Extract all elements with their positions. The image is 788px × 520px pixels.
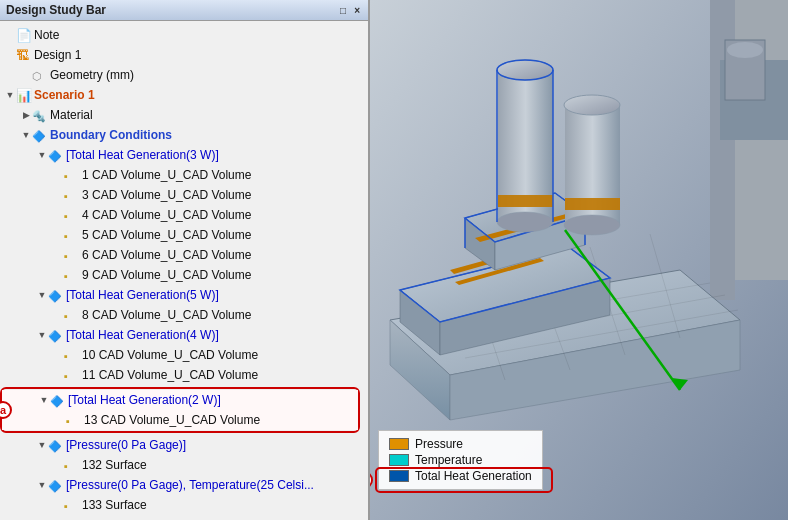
tree-item-vol4[interactable]: ▪ 4 CAD Volume_U_CAD Volume — [0, 205, 368, 225]
tree-item-surf132[interactable]: ▪ 132 Surface — [0, 455, 368, 475]
vol6-label: 6 CAD Volume_U_CAD Volume — [82, 246, 251, 264]
tree-item-heat4[interactable]: ▼ 🔷 [Total Heat Generation(4 W)] — [0, 325, 368, 345]
heat3-label: [Total Heat Generation(3 W)] — [66, 146, 219, 164]
expand-boundary[interactable]: ▼ — [20, 126, 32, 144]
legend-temperature: Temperature — [389, 453, 532, 467]
note-label: Note — [34, 26, 59, 44]
viewport: Pressure Temperature Total Heat Generati… — [370, 0, 788, 520]
tree-item-heat3[interactable]: ▼ 🔷 [Total Heat Generation(3 W)] — [0, 145, 368, 165]
tree-item-vol1[interactable]: ▪ 1 CAD Volume_U_CAD Volume — [0, 165, 368, 185]
tree-item-scenario1[interactable]: ▼ 📊 Scenario 1 — [0, 85, 368, 105]
total-heat-label: Total Heat Generation — [415, 469, 532, 483]
design-study-bar: Design Study Bar □ × 📄 Note 🏗 Design 1 ⬡… — [0, 0, 370, 520]
tree-item-vol6[interactable]: ▪ 6 CAD Volume_U_CAD Volume — [0, 245, 368, 265]
viewport-panel: Pressure Temperature Total Heat Generati… — [370, 0, 788, 520]
svg-point-33 — [497, 212, 553, 232]
vol1-icon: ▪ — [64, 167, 80, 183]
vol8-icon: ▪ — [64, 307, 80, 323]
pressure0temp-icon: 🔷 — [48, 477, 64, 493]
svg-rect-41 — [565, 198, 620, 210]
tree-item-vol5[interactable]: ▪ 5 CAD Volume_U_CAD Volume — [0, 225, 368, 245]
tree-area: 📄 Note 🏗 Design 1 ⬡ Geometry (mm) ▼ 📊 Sc… — [0, 21, 368, 520]
material-label: Material — [50, 106, 93, 124]
vol1-label: 1 CAD Volume_U_CAD Volume — [82, 166, 251, 184]
boundary-icon: 🔷 — [32, 127, 48, 143]
tree-item-vol8[interactable]: ▪ 8 CAD Volume_U_CAD Volume — [0, 305, 368, 325]
geometry-icon: ⬡ — [32, 67, 48, 83]
scenario-icon: 📊 — [16, 87, 32, 103]
vol4-icon: ▪ — [64, 207, 80, 223]
temperature-swatch — [389, 454, 409, 466]
total-heat-swatch — [389, 470, 409, 482]
heat2-icon: 🔷 — [50, 392, 66, 408]
pressure-swatch — [389, 438, 409, 450]
heat3-icon: 🔷 — [48, 147, 64, 163]
panel-title: Design Study Bar — [6, 3, 106, 17]
expand-heat3[interactable]: ▼ — [36, 146, 48, 164]
tree-item-vol3[interactable]: ▪ 3 CAD Volume_U_CAD Volume — [0, 185, 368, 205]
vol9-label: 9 CAD Volume_U_CAD Volume — [82, 266, 251, 284]
expand-heat4[interactable]: ▼ — [36, 326, 48, 344]
note-icon: 📄 — [16, 27, 32, 43]
tree-item-vol9[interactable]: ▪ 9 CAD Volume_U_CAD Volume — [0, 265, 368, 285]
pressure-label: Pressure — [415, 437, 463, 451]
heat2-box: ▼ 🔷 [Total Heat Generation(2 W)] ▪ 13 CA… — [0, 387, 360, 433]
close-button[interactable]: × — [352, 5, 362, 16]
svg-point-40 — [564, 215, 620, 235]
titlebar-controls: □ × — [338, 5, 362, 16]
svg-rect-34 — [498, 195, 553, 207]
expand-material[interactable]: ▶ — [20, 106, 32, 124]
vol5-icon: ▪ — [64, 227, 80, 243]
vol3-icon: ▪ — [64, 187, 80, 203]
box-a-wrapper: a ▼ 🔷 [Total Heat Generation(2 W)] ▪ 13 … — [0, 387, 360, 433]
boundary-label: Boundary Conditions — [50, 126, 172, 144]
surf133-icon: ▪ — [64, 497, 80, 513]
vol11-label: 11 CAD Volume_U_CAD Volume — [82, 366, 258, 384]
legend-total-heat: Total Heat Generation — [389, 469, 532, 483]
heat5-label: [Total Heat Generation(5 W)] — [66, 286, 219, 304]
expand-pressure0[interactable]: ▼ — [36, 436, 48, 454]
design-icon: 🏗 — [16, 47, 32, 63]
tree-item-vol10[interactable]: ▪ 10 CAD Volume_U_CAD Volume — [0, 345, 368, 365]
tree-item-note[interactable]: 📄 Note — [0, 25, 368, 45]
expand-heat5[interactable]: ▼ — [36, 286, 48, 304]
float-button[interactable]: □ — [338, 5, 348, 16]
tree-item-pressure0temp[interactable]: ▼ 🔷 [Pressure(0 Pa Gage), Temperature(25… — [0, 475, 368, 495]
tree-item-material[interactable]: ▶ 🔩 Material — [0, 105, 368, 125]
tree-item-vol11[interactable]: ▪ 11 CAD Volume_U_CAD Volume — [0, 365, 368, 385]
tree-item-heat5[interactable]: ▼ 🔷 [Total Heat Generation(5 W)] — [0, 285, 368, 305]
surf133-label: 133 Surface — [82, 496, 147, 514]
svg-point-45 — [727, 42, 763, 58]
heat2-label: [Total Heat Generation(2 W)] — [68, 391, 221, 409]
tree-item-heat2[interactable]: ▼ 🔷 [Total Heat Generation(2 W)] — [2, 390, 358, 410]
panel-titlebar: Design Study Bar □ × — [0, 0, 368, 21]
legend-pressure: Pressure — [389, 437, 532, 451]
heat4-icon: 🔷 — [48, 327, 64, 343]
scenario1-label: Scenario 1 — [34, 86, 95, 104]
heat5-icon: 🔷 — [48, 287, 64, 303]
tree-item-design1[interactable]: 🏗 Design 1 — [0, 45, 368, 65]
expand-scenario1[interactable]: ▼ — [4, 86, 16, 104]
expand-pressure0temp[interactable]: ▼ — [36, 476, 48, 494]
vol10-icon: ▪ — [64, 347, 80, 363]
pressure0-icon: 🔷 — [48, 437, 64, 453]
legend: Pressure Temperature Total Heat Generati… — [378, 430, 543, 490]
surf132-icon: ▪ — [64, 457, 80, 473]
vol8-label: 8 CAD Volume_U_CAD Volume — [82, 306, 251, 324]
tree-item-pressure0[interactable]: ▼ 🔷 [Pressure(0 Pa Gage)] — [0, 435, 368, 455]
vol11-icon: ▪ — [64, 367, 80, 383]
vol3-label: 3 CAD Volume_U_CAD Volume — [82, 186, 251, 204]
tree-item-vol13[interactable]: ▪ 13 CAD Volume_U_CAD Volume — [2, 410, 358, 430]
tree-item-geometry[interactable]: ⬡ Geometry (mm) — [0, 65, 368, 85]
tree-item-boundary[interactable]: ▼ 🔷 Boundary Conditions — [0, 125, 368, 145]
pressure0-label: [Pressure(0 Pa Gage)] — [66, 436, 186, 454]
temperature-label: Temperature — [415, 453, 482, 467]
vol9-icon: ▪ — [64, 267, 80, 283]
vol5-label: 5 CAD Volume_U_CAD Volume — [82, 226, 251, 244]
pressure0temp-label: [Pressure(0 Pa Gage), Temperature(25 Cel… — [66, 476, 314, 494]
vol4-label: 4 CAD Volume_U_CAD Volume — [82, 206, 251, 224]
heat4-label: [Total Heat Generation(4 W)] — [66, 326, 219, 344]
design1-label: Design 1 — [34, 46, 81, 64]
tree-item-surf133[interactable]: ▪ 133 Surface — [0, 495, 368, 515]
expand-heat2[interactable]: ▼ — [38, 391, 50, 409]
